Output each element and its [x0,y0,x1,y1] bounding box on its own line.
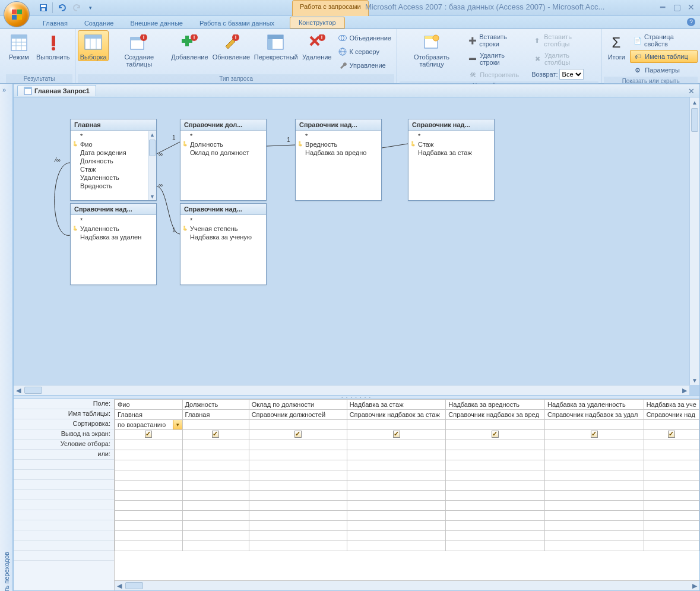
qbe-cell[interactable] [347,501,446,511]
qbe-cell[interactable]: Справочник над [644,410,699,420]
show-checkbox[interactable] [294,431,302,438]
qbe-cell[interactable]: Справочник надбавок за удал [545,410,644,420]
tab-home[interactable]: Главная [34,18,76,29]
qbe-cell[interactable] [182,450,249,460]
qbe-cell[interactable] [545,531,644,541]
qbe-cell[interactable] [347,420,446,430]
qbe-cell[interactable] [347,511,446,521]
qbe-cell[interactable]: Справочник надбавок за вред [446,410,545,420]
qbe-cell[interactable]: Справочник должностей [249,410,347,420]
table-field[interactable]: * [408,132,494,140]
table-names-button[interactable]: 🏷Имена таблиц [630,50,698,63]
qbe-cell[interactable] [249,420,347,430]
qbe-cell[interactable] [644,481,699,491]
qbe-cell[interactable] [115,450,183,460]
update-button[interactable]: ! Обновление [211,30,252,61]
table-field[interactable]: * [296,132,381,140]
delete-rows-button[interactable]: ➖Удалить строки [465,50,528,68]
qbe-cell[interactable] [115,430,183,440]
qbe-cell[interactable] [249,521,347,531]
qbe-cell[interactable] [545,521,644,531]
qbe-cell[interactable] [545,501,644,511]
qbe-cell[interactable] [347,430,446,440]
qbe-cell[interactable] [182,531,249,541]
field-scrollbar[interactable]: ▲▼ [148,131,156,200]
table-box[interactable]: Справочник над...*СтажНадбавка за стаж [408,119,495,201]
qbe-cell[interactable] [249,541,347,551]
table-field[interactable]: Надбавка за удален [71,233,156,241]
property-sheet-button[interactable]: 📄Страница свойств [630,31,698,49]
table-field[interactable]: Фио [71,140,156,148]
qbe-cell[interactable] [545,420,644,430]
show-table-button[interactable]: Отобразить таблицу [400,30,464,68]
qbe-cell[interactable] [446,541,545,551]
show-checkbox[interactable] [668,431,675,438]
document-tab[interactable]: Главная Запрос1 [17,85,96,96]
qbe-cell[interactable] [545,440,644,450]
qbe-cell[interactable] [644,440,699,450]
table-field[interactable]: Оклад по должност [180,148,266,157]
qbe-cell[interactable] [115,470,183,481]
table-field[interactable]: * [71,132,156,140]
sort-dropdown-arrow[interactable]: ▾ [173,420,182,429]
qbe-cell[interactable] [249,501,347,511]
totals-button[interactable]: Σ Итоги [604,30,629,61]
crosstab-button[interactable]: Перекрестный [253,30,299,61]
redo-button[interactable] [71,1,84,14]
qbe-cell[interactable] [115,440,183,450]
close-button[interactable]: ✕ [686,2,696,12]
qbe-cell[interactable] [182,430,249,440]
insert-rows-button[interactable]: ➕Вставить строки [465,31,528,49]
table-field[interactable]: Ученая степень [180,225,266,233]
view-button[interactable]: Режим [6,30,32,61]
table-header[interactable]: Справочник над... [71,204,156,215]
qbe-cell[interactable]: по возрастанию▾ [115,420,183,430]
qbe-cell[interactable] [644,420,699,430]
scroll-thumb[interactable] [24,387,42,394]
qbe-cell[interactable] [115,481,183,491]
qbe-cell[interactable] [249,511,347,521]
table-header[interactable]: Справочник дол... [180,119,266,131]
qbe-cell[interactable] [182,511,249,521]
qbe-table[interactable]: ФиоДолжностьОклад по должностиНадбавка з… [115,399,699,551]
tab-create[interactable]: Создание [76,18,122,29]
qbe-cell[interactable] [347,521,446,531]
table-field[interactable]: * [71,216,156,225]
qbe-cell[interactable] [644,521,699,531]
qbe-cell[interactable] [115,491,183,501]
qbe-cell[interactable] [446,521,545,531]
qbe-cell[interactable] [249,491,347,501]
show-checkbox[interactable] [393,431,400,438]
qbe-cell[interactable] [115,460,183,470]
qbe-cell[interactable] [115,531,183,541]
qbe-grid[interactable]: ФиоДолжностьОклад по должностиНадбавка з… [115,399,699,590]
undo-button[interactable] [55,1,68,14]
qbe-cell[interactable] [347,440,446,450]
canvas-scrollbar-horizontal[interactable]: ◀ ▶ [14,385,689,395]
tab-external-data[interactable]: Внешние данные [122,18,191,29]
show-checkbox[interactable] [492,431,499,438]
qbe-cell[interactable] [347,481,446,491]
qbe-cell[interactable] [347,541,446,551]
qbe-cell[interactable] [644,450,699,460]
append-button[interactable]: ! Добавление [170,30,210,61]
qbe-cell[interactable] [249,531,347,541]
qbe-cell[interactable] [347,491,446,501]
qbe-cell[interactable] [347,470,446,481]
qbe-cell[interactable] [545,460,644,470]
table-field[interactable]: Должность [71,157,156,165]
qbe-scrollbar-horizontal[interactable]: ◀ ▶ [115,580,699,590]
qbe-cell[interactable] [644,430,699,440]
table-header[interactable]: Справочник над... [296,119,381,131]
navigation-pane-collapsed[interactable]: » Область переходов [0,84,13,591]
qbe-cell[interactable] [182,541,249,551]
qbe-cell[interactable] [446,501,545,511]
qbe-cell[interactable] [249,481,347,491]
qbe-cell[interactable] [249,430,347,440]
table-header[interactable]: Справочник над... [180,204,266,215]
qbe-cell[interactable] [545,481,644,491]
delete-query-button[interactable]: ! Удаление [300,30,334,61]
qbe-cell[interactable]: Главная [182,410,249,420]
qbe-cell[interactable] [446,531,545,541]
help-button[interactable]: ? [687,18,695,26]
